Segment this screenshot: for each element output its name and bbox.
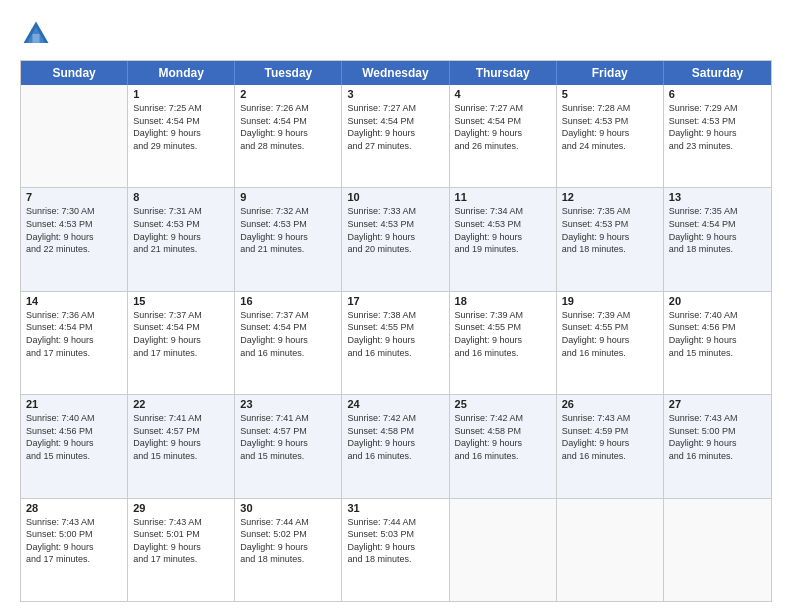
day-number: 3 [347,88,443,100]
logo [20,18,56,50]
day-number: 25 [455,398,551,410]
calendar-row-4: 21Sunrise: 7:40 AM Sunset: 4:56 PM Dayli… [21,395,771,498]
day-info: Sunrise: 7:27 AM Sunset: 4:54 PM Dayligh… [455,102,551,152]
day-number: 7 [26,191,122,203]
calendar-cell: 1Sunrise: 7:25 AM Sunset: 4:54 PM Daylig… [128,85,235,187]
day-info: Sunrise: 7:26 AM Sunset: 4:54 PM Dayligh… [240,102,336,152]
calendar-cell: 2Sunrise: 7:26 AM Sunset: 4:54 PM Daylig… [235,85,342,187]
calendar-cell: 11Sunrise: 7:34 AM Sunset: 4:53 PM Dayli… [450,188,557,290]
header-cell-saturday: Saturday [664,61,771,85]
calendar-row-1: 1Sunrise: 7:25 AM Sunset: 4:54 PM Daylig… [21,85,771,188]
day-number: 16 [240,295,336,307]
calendar-row-2: 7Sunrise: 7:30 AM Sunset: 4:53 PM Daylig… [21,188,771,291]
calendar-cell: 13Sunrise: 7:35 AM Sunset: 4:54 PM Dayli… [664,188,771,290]
header [20,18,772,50]
day-info: Sunrise: 7:43 AM Sunset: 5:01 PM Dayligh… [133,516,229,566]
day-info: Sunrise: 7:41 AM Sunset: 4:57 PM Dayligh… [240,412,336,462]
day-number: 15 [133,295,229,307]
day-info: Sunrise: 7:27 AM Sunset: 4:54 PM Dayligh… [347,102,443,152]
calendar-cell: 29Sunrise: 7:43 AM Sunset: 5:01 PM Dayli… [128,499,235,601]
calendar-cell: 27Sunrise: 7:43 AM Sunset: 5:00 PM Dayli… [664,395,771,497]
calendar-cell: 12Sunrise: 7:35 AM Sunset: 4:53 PM Dayli… [557,188,664,290]
day-number: 4 [455,88,551,100]
calendar: SundayMondayTuesdayWednesdayThursdayFrid… [20,60,772,602]
calendar-cell: 17Sunrise: 7:38 AM Sunset: 4:55 PM Dayli… [342,292,449,394]
calendar-cell: 19Sunrise: 7:39 AM Sunset: 4:55 PM Dayli… [557,292,664,394]
day-info: Sunrise: 7:33 AM Sunset: 4:53 PM Dayligh… [347,205,443,255]
day-number: 24 [347,398,443,410]
day-number: 20 [669,295,766,307]
calendar-body: 1Sunrise: 7:25 AM Sunset: 4:54 PM Daylig… [21,85,771,601]
calendar-cell: 10Sunrise: 7:33 AM Sunset: 4:53 PM Dayli… [342,188,449,290]
calendar-cell: 4Sunrise: 7:27 AM Sunset: 4:54 PM Daylig… [450,85,557,187]
calendar-cell: 15Sunrise: 7:37 AM Sunset: 4:54 PM Dayli… [128,292,235,394]
day-number: 14 [26,295,122,307]
day-info: Sunrise: 7:43 AM Sunset: 4:59 PM Dayligh… [562,412,658,462]
day-info: Sunrise: 7:41 AM Sunset: 4:57 PM Dayligh… [133,412,229,462]
calendar-cell: 7Sunrise: 7:30 AM Sunset: 4:53 PM Daylig… [21,188,128,290]
calendar-cell [664,499,771,601]
calendar-cell: 3Sunrise: 7:27 AM Sunset: 4:54 PM Daylig… [342,85,449,187]
day-number: 28 [26,502,122,514]
day-number: 27 [669,398,766,410]
day-number: 23 [240,398,336,410]
day-number: 1 [133,88,229,100]
calendar-cell: 23Sunrise: 7:41 AM Sunset: 4:57 PM Dayli… [235,395,342,497]
day-number: 31 [347,502,443,514]
day-number: 12 [562,191,658,203]
header-cell-wednesday: Wednesday [342,61,449,85]
day-info: Sunrise: 7:40 AM Sunset: 4:56 PM Dayligh… [669,309,766,359]
day-info: Sunrise: 7:44 AM Sunset: 5:02 PM Dayligh… [240,516,336,566]
calendar-cell: 18Sunrise: 7:39 AM Sunset: 4:55 PM Dayli… [450,292,557,394]
day-number: 19 [562,295,658,307]
day-number: 6 [669,88,766,100]
day-number: 10 [347,191,443,203]
header-cell-sunday: Sunday [21,61,128,85]
day-number: 29 [133,502,229,514]
day-info: Sunrise: 7:31 AM Sunset: 4:53 PM Dayligh… [133,205,229,255]
day-info: Sunrise: 7:43 AM Sunset: 5:00 PM Dayligh… [669,412,766,462]
day-info: Sunrise: 7:42 AM Sunset: 4:58 PM Dayligh… [347,412,443,462]
day-info: Sunrise: 7:38 AM Sunset: 4:55 PM Dayligh… [347,309,443,359]
calendar-cell: 21Sunrise: 7:40 AM Sunset: 4:56 PM Dayli… [21,395,128,497]
day-number: 30 [240,502,336,514]
day-info: Sunrise: 7:36 AM Sunset: 4:54 PM Dayligh… [26,309,122,359]
day-info: Sunrise: 7:34 AM Sunset: 4:53 PM Dayligh… [455,205,551,255]
header-cell-thursday: Thursday [450,61,557,85]
day-number: 17 [347,295,443,307]
header-cell-tuesday: Tuesday [235,61,342,85]
day-number: 22 [133,398,229,410]
day-info: Sunrise: 7:30 AM Sunset: 4:53 PM Dayligh… [26,205,122,255]
calendar-cell: 16Sunrise: 7:37 AM Sunset: 4:54 PM Dayli… [235,292,342,394]
day-number: 8 [133,191,229,203]
day-info: Sunrise: 7:44 AM Sunset: 5:03 PM Dayligh… [347,516,443,566]
day-number: 11 [455,191,551,203]
calendar-cell: 6Sunrise: 7:29 AM Sunset: 4:53 PM Daylig… [664,85,771,187]
day-info: Sunrise: 7:28 AM Sunset: 4:53 PM Dayligh… [562,102,658,152]
calendar-header: SundayMondayTuesdayWednesdayThursdayFrid… [21,61,771,85]
calendar-cell: 31Sunrise: 7:44 AM Sunset: 5:03 PM Dayli… [342,499,449,601]
svg-rect-2 [32,34,39,43]
day-info: Sunrise: 7:39 AM Sunset: 4:55 PM Dayligh… [562,309,658,359]
calendar-row-3: 14Sunrise: 7:36 AM Sunset: 4:54 PM Dayli… [21,292,771,395]
day-number: 5 [562,88,658,100]
calendar-cell: 28Sunrise: 7:43 AM Sunset: 5:00 PM Dayli… [21,499,128,601]
day-info: Sunrise: 7:35 AM Sunset: 4:54 PM Dayligh… [669,205,766,255]
day-number: 21 [26,398,122,410]
day-info: Sunrise: 7:32 AM Sunset: 4:53 PM Dayligh… [240,205,336,255]
day-info: Sunrise: 7:42 AM Sunset: 4:58 PM Dayligh… [455,412,551,462]
header-cell-friday: Friday [557,61,664,85]
day-number: 2 [240,88,336,100]
calendar-cell: 30Sunrise: 7:44 AM Sunset: 5:02 PM Dayli… [235,499,342,601]
day-info: Sunrise: 7:39 AM Sunset: 4:55 PM Dayligh… [455,309,551,359]
day-info: Sunrise: 7:29 AM Sunset: 4:53 PM Dayligh… [669,102,766,152]
day-number: 26 [562,398,658,410]
calendar-cell: 26Sunrise: 7:43 AM Sunset: 4:59 PM Dayli… [557,395,664,497]
day-number: 13 [669,191,766,203]
calendar-cell: 5Sunrise: 7:28 AM Sunset: 4:53 PM Daylig… [557,85,664,187]
calendar-cell: 20Sunrise: 7:40 AM Sunset: 4:56 PM Dayli… [664,292,771,394]
day-info: Sunrise: 7:37 AM Sunset: 4:54 PM Dayligh… [133,309,229,359]
calendar-cell: 8Sunrise: 7:31 AM Sunset: 4:53 PM Daylig… [128,188,235,290]
day-info: Sunrise: 7:25 AM Sunset: 4:54 PM Dayligh… [133,102,229,152]
day-info: Sunrise: 7:40 AM Sunset: 4:56 PM Dayligh… [26,412,122,462]
